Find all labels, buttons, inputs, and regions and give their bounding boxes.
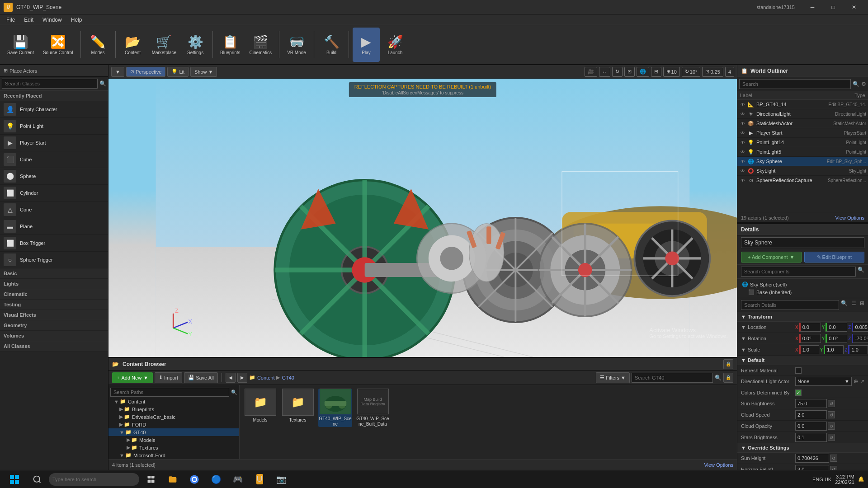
override-settings-header[interactable]: ▼ Override Settings <box>737 443 868 453</box>
start-button[interactable] <box>4 471 25 488</box>
category-geometry-header[interactable]: Geometry <box>0 320 108 331</box>
taskbar-search-input[interactable] <box>49 473 139 486</box>
menu-help[interactable]: Help <box>66 16 87 24</box>
add-new-button[interactable]: + Add New ▼ <box>112 372 153 383</box>
nav-forward-btn[interactable]: ▶ <box>237 373 247 383</box>
taskbar-unreal[interactable]: U <box>250 471 269 488</box>
taskbar-task-view[interactable] <box>141 471 161 488</box>
category-recently-placed-header[interactable]: Recently Placed <box>0 91 108 101</box>
cloud-opacity-input[interactable] <box>795 422 827 431</box>
blueprints-button[interactable]: 📋 Blueprints <box>217 28 244 62</box>
outliner-search-input[interactable] <box>739 79 851 89</box>
nav-back-btn[interactable]: ◀ <box>226 373 236 383</box>
stars-brightness-reset[interactable]: ↺ <box>828 434 835 441</box>
outliner-item-bp-gt40[interactable]: 👁 📐 BP_GT40_14 Edit BP_GT40_14. <box>737 100 868 109</box>
edit-blueprint-btn[interactable]: ✎ Edit Blueprint <box>804 252 865 263</box>
category-lights-header[interactable]: Lights <box>0 279 108 289</box>
tree-gt40-models[interactable]: ▶ 📁 Models <box>108 436 239 444</box>
viewport-size-btn[interactable]: 4 <box>725 67 734 77</box>
save-current-button[interactable]: 💾 Save Current <box>4 28 38 62</box>
scale-z-input[interactable] <box>848 345 868 354</box>
tree-content[interactable]: ▼ 📁 Content <box>108 398 239 405</box>
horizon-falloff-input[interactable] <box>795 465 829 470</box>
details-list-icon[interactable]: ☰ <box>851 300 856 310</box>
unlock-btn[interactable]: 🔒 <box>723 359 733 369</box>
breadcrumb-child[interactable]: GT40 <box>282 375 294 380</box>
viewport-menu-btn[interactable]: ▼ <box>111 67 124 77</box>
category-testing-header[interactable]: Testing <box>0 300 108 310</box>
details-grid-icon[interactable]: ⊞ <box>860 300 864 310</box>
category-basic-header[interactable]: Basic <box>0 268 108 279</box>
vr-mode-button[interactable]: 🥽 VR Mode <box>283 28 310 62</box>
lit-btn[interactable]: 💡 Lit <box>167 67 189 77</box>
tree-gt40[interactable]: ▼ 📁 GT40 <box>108 428 239 436</box>
cloud-opacity-reset[interactable]: ↺ <box>828 422 835 430</box>
launch-button[interactable]: 🚀 Launch <box>382 28 409 62</box>
actor-cylinder[interactable]: ⬜ Cylinder <box>0 185 108 202</box>
close-button[interactable]: ✕ <box>844 0 864 14</box>
camera-speed-btn[interactable]: 🎥 <box>585 67 597 77</box>
grid-snap-btn[interactable]: ⊞ 10 <box>663 67 680 77</box>
tree-microsoft-ford[interactable]: ▼ 📁 Microsoft-Ford <box>108 451 239 459</box>
outliner-item-player-start[interactable]: 👁 ▶ Player Start PlayerStart <box>737 128 868 138</box>
outliner-item-sky-sphere[interactable]: 👁 🌐 Sky Sphere Edit BP_Sky_Sph... <box>737 157 868 166</box>
default-section-header[interactable]: ▼ Default <box>737 356 868 365</box>
category-all-classes-header[interactable]: All Classes <box>0 341 108 352</box>
rotation-y-input[interactable] <box>826 334 847 343</box>
scale-snap-btn[interactable]: ⊡ 0.25 <box>702 67 723 77</box>
transform-section-header[interactable]: ▼ Transform <box>737 312 868 322</box>
location-y-input[interactable] <box>826 323 847 332</box>
sun-brightness-input[interactable] <box>795 399 827 408</box>
world-local-btn[interactable]: 🌐 <box>637 67 649 77</box>
visibility-icon[interactable]: 👁 <box>739 139 746 146</box>
visibility-icon[interactable]: 👁 <box>739 120 746 127</box>
scale-y-input[interactable] <box>824 345 844 354</box>
viewport-canvas[interactable]: REFLECTION CAPTURES NEED TO BE REBUILT (… <box>108 79 737 357</box>
component-name-input[interactable] <box>741 237 864 248</box>
import-button[interactable]: ⬇ Import <box>155 372 182 383</box>
category-visual-effects-header[interactable]: Visual Effects <box>0 310 108 320</box>
settings-button[interactable]: ⚙️ Settings <box>182 28 209 62</box>
source-control-button[interactable]: 🔀 Source Control <box>39 28 77 62</box>
rotation-z-input[interactable] <box>852 334 868 343</box>
modes-button[interactable]: ✏️ Modes <box>85 28 112 62</box>
category-cinematic-header[interactable]: Cinematic <box>0 289 108 300</box>
outliner-item-sphere-reflection[interactable]: 👁 ⊙ SphereReflectionCapture SphereReflec… <box>737 176 868 185</box>
sun-height-input[interactable] <box>795 454 829 463</box>
thumb-gt40-scene[interactable]: GT40_WIP_Scene <box>318 389 352 427</box>
outliner-item-pointlight5[interactable]: 👁 💡 PointLight5 PointLight <box>737 147 868 157</box>
notification-icon[interactable]: 🔔 <box>858 476 864 482</box>
outliner-item-directional-light[interactable]: 👁 ☀ DirectionalLight DirectionalLight <box>737 109 868 119</box>
browse-actor-icon[interactable]: ↗ <box>860 378 864 385</box>
transform-scale-btn[interactable]: ⊡ <box>624 67 635 77</box>
taskbar-chrome[interactable] <box>184 471 204 488</box>
comp-base-inherited[interactable]: ⬛ Base (Inherited) <box>739 288 866 296</box>
taskbar-search[interactable] <box>27 471 47 488</box>
search-components-input[interactable] <box>741 267 856 277</box>
actor-box-trigger[interactable]: ⬜ Box Trigger <box>0 235 108 252</box>
category-volumes-header[interactable]: Volumes <box>0 331 108 341</box>
save-all-button[interactable]: 💾 Save All <box>184 372 218 383</box>
outliner-options-icon[interactable]: ⚙ <box>861 81 866 87</box>
tree-gt40-textures[interactable]: ▶ 📁 Textures <box>108 444 239 451</box>
location-arrow[interactable]: ▼ <box>741 324 746 330</box>
actor-player-start[interactable]: ▶ Player Start <box>0 135 108 151</box>
minimize-button[interactable]: ─ <box>802 0 823 14</box>
directional-light-dropdown[interactable]: None ▼ <box>795 377 852 386</box>
actor-empty-character[interactable]: 👤 Empty Character <box>0 101 108 118</box>
scale-arrow[interactable]: ▼ <box>741 347 746 352</box>
refresh-material-checkbox[interactable] <box>795 367 802 374</box>
visibility-icon[interactable]: 👁 <box>739 158 746 165</box>
scale-x-input[interactable] <box>799 345 819 354</box>
actor-cube[interactable]: ⬛ Cube <box>0 151 108 168</box>
cinematics-button[interactable]: 🎬 Cinematics <box>246 28 275 62</box>
view-options-link[interactable]: View Options <box>835 215 864 221</box>
outliner-item-skylight[interactable]: 👁 ⭕ SkyLight SkyLight <box>737 166 868 176</box>
actor-cone[interactable]: △ Cone <box>0 202 108 218</box>
menu-file[interactable]: File <box>2 16 19 24</box>
actor-plane[interactable]: ▬ Plane <box>0 218 108 235</box>
tree-driveablecar[interactable]: ▶ 📁 DriveableCar_basic <box>108 413 239 421</box>
location-z-input[interactable] <box>852 323 868 332</box>
visibility-icon[interactable]: 👁 <box>739 167 746 174</box>
sun-height-reset[interactable]: ↺ <box>830 455 837 462</box>
